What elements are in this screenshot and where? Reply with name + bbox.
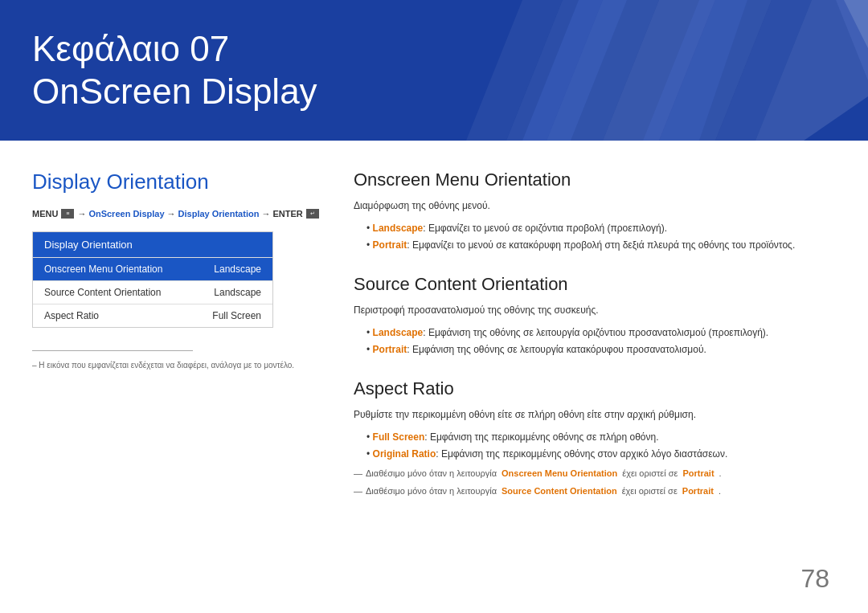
bullet-portrait-2: Portrait: Εμφάνιση της οθόνης σε λειτουρ… [366,341,836,358]
section-source-content-body: Περιστροφή προσανατολισμού της οθόνης τη… [354,303,836,318]
breadcrumb-menu: MENU [32,209,58,219]
header-chapter: Κεφάλαιο 07 [32,28,317,71]
main-content: Display Orientation MENU ≡ → OnScreen Di… [0,141,868,543]
menu-row-1-label: Source Content Orientation [44,287,161,298]
section-aspect-ratio: Aspect Ratio Ρυθμίστε την περικομμένη οθ… [354,378,836,498]
section-source-content-title: Source Content Orientation [354,274,836,295]
menu-table: Display Orientation Onscreen Menu Orient… [32,231,273,328]
section-aspect-ratio-body: Ρυθμίστε την περικομμένη οθόνη είτε σε π… [354,407,836,423]
section-aspect-ratio-title: Aspect Ratio [354,378,836,399]
breadcrumb-menu-icon: ≡ [61,209,74,219]
note-1: Διαθέσιμο μόνο όταν η λειτουργία Onscree… [354,467,836,480]
breadcrumb-arrow2: → [167,209,176,219]
breadcrumb-link1: OnScreen Display [88,209,164,219]
header-subtitle: OnScreen Display [32,71,317,113]
section-source-content: Source Content Orientation Περιστροφή πρ… [354,274,836,358]
divider [32,350,193,351]
menu-row-2-label: Aspect Ratio [44,310,99,321]
section-onscreen-menu-bullets: Landscape: Εμφανίζει το μενού σε οριζόντ… [354,220,836,253]
bullet-original-ratio: Original Ratio: Εμφάνιση της περικομμένη… [366,446,836,462]
menu-row-1-value: Landscape [214,287,261,298]
section-aspect-ratio-bullets: Full Screen: Εμφάνιση της περικομμένης ο… [354,429,836,462]
left-column: Display Orientation MENU ≡ → OnScreen Di… [32,170,321,519]
menu-row-1[interactable]: Source Content Orientation Landscape [33,280,272,304]
breadcrumb-enter: ENTER [272,209,302,219]
menu-row-0[interactable]: Onscreen Menu Orientation Landscape [33,257,272,280]
bullet-landscape-1: Landscape: Εμφανίζει το μενού σε οριζόντ… [366,220,836,236]
page-header: Κεφάλαιο 07 OnScreen Display [0,0,868,141]
breadcrumb-arrow1: → [77,209,86,219]
left-section-title: Display Orientation [32,170,321,194]
breadcrumb-arrow3: → [261,209,270,219]
menu-row-0-label: Onscreen Menu Orientation [44,264,162,275]
bullet-portrait-1: Portrait: Εμφανίζει το μενού σε κατακόρυ… [366,237,836,253]
section-onscreen-menu: Onscreen Menu Orientation Διαμόρφωση της… [354,170,836,253]
menu-row-2-value: Full Screen [212,310,261,321]
bullet-fullscreen: Full Screen: Εμφάνιση της περικομμένης ο… [366,429,836,445]
menu-table-header: Display Orientation [33,232,272,257]
breadcrumb: MENU ≡ → OnScreen Display → Display Orie… [32,209,321,219]
right-column: Onscreen Menu Orientation Διαμόρφωση της… [354,170,836,519]
menu-row-0-value: Landscape [214,264,261,275]
note-2: Διαθέσιμο μόνο όταν η λειτουργία Source … [354,484,836,498]
section-onscreen-menu-body: Διαμόρφωση της οθόνης μενού. [354,198,836,214]
page-number: 78 [800,564,829,594]
footnote: Η εικόνα που εμφανίζεται ενδέχεται να δι… [32,361,321,370]
bullet-landscape-2: Landscape: Εμφάνιση της οθόνης σε λειτου… [366,325,836,341]
breadcrumb-link2: Display Orientation [178,209,260,219]
section-source-content-bullets: Landscape: Εμφάνιση της οθόνης σε λειτου… [354,325,836,358]
menu-row-2[interactable]: Aspect Ratio Full Screen [33,304,272,327]
section-onscreen-menu-title: Onscreen Menu Orientation [354,170,836,190]
breadcrumb-enter-icon: ↵ [306,209,319,219]
